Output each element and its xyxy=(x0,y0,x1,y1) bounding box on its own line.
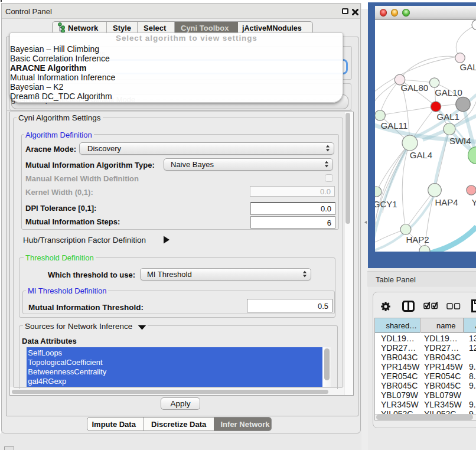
svg-text:GAL4: GAL4 xyxy=(410,150,432,160)
svg-text:GAL10: GAL10 xyxy=(435,87,462,97)
svg-text:HAP4: HAP4 xyxy=(435,197,458,207)
svg-text:GAL1: GAL1 xyxy=(437,112,459,122)
svg-text:SWI4: SWI4 xyxy=(449,136,471,146)
svg-text:GAL80: GAL80 xyxy=(400,83,428,93)
svg-text:GCY1: GCY1 xyxy=(375,199,397,209)
svg-text:GAL2: GAL2 xyxy=(460,62,476,72)
svg-text:YJ: YJ xyxy=(471,197,476,207)
svg-text:HAP2: HAP2 xyxy=(406,234,429,244)
svg-text:GAL11: GAL11 xyxy=(381,120,408,131)
